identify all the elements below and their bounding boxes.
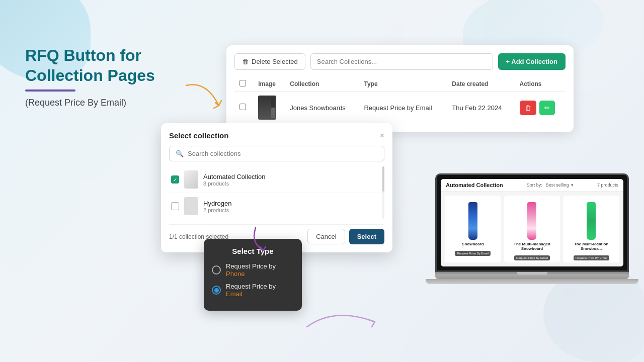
- laptop-hinge: [517, 272, 547, 275]
- collection-checkbox-1[interactable]: ✓: [171, 175, 179, 184]
- row-edit-button[interactable]: ✏: [539, 101, 555, 115]
- hero-section: RFQ Button for Collection Pages (Request…: [25, 45, 155, 108]
- rfq-badge-3: Request Price By Email: [574, 255, 609, 260]
- modal-header: Select collection ×: [169, 131, 384, 140]
- phone-label-highlight: Phone: [226, 270, 245, 278]
- collections-table: Image Collection Type Date created Actio…: [234, 77, 566, 124]
- product-grid: Snowboard Request Price By Email The Mul…: [441, 192, 623, 266]
- products-count: 7 products: [597, 183, 618, 188]
- select-all-checkbox[interactable]: [239, 80, 246, 86]
- collection-search-input[interactable]: [188, 150, 378, 157]
- admin-panel: 🗑 Delete Selected + Add Collection Image…: [226, 45, 574, 132]
- row-collection-name: Jones Snowboards: [285, 92, 359, 124]
- hero-title: RFQ Button for Collection Pages: [25, 45, 155, 85]
- col-date: Date created: [447, 77, 514, 92]
- collection-thumb-2: [184, 197, 198, 215]
- radio-option-email: Request Price by Email: [212, 283, 294, 298]
- collection-info-1: Automated Collection 8 products: [203, 173, 266, 187]
- snowboard-img-2: [527, 202, 536, 240]
- product-img-3: [563, 196, 619, 241]
- row-delete-button[interactable]: 🗑: [520, 101, 536, 115]
- radio-inner-dot: [214, 288, 219, 293]
- delete-button-label: Delete Selected: [252, 58, 298, 65]
- email-label-highlight: Email: [226, 290, 243, 298]
- title-underline: [25, 89, 75, 92]
- radio-email-label: Request Price by Email: [226, 283, 294, 298]
- product-card-3: The Multi-location Snowboa... Request Pr…: [563, 196, 619, 262]
- add-collection-label: + Add Collection: [506, 58, 557, 65]
- laptop-bottom: [426, 279, 639, 284]
- collection-name-1: Automated Collection: [203, 173, 266, 180]
- hero-title-line1: RFQ Button for: [25, 46, 141, 64]
- collection-count-2: 2 products: [203, 207, 231, 213]
- arrow-type-to-laptop: [304, 302, 385, 339]
- col-checkbox: [234, 77, 253, 92]
- collection-image: [258, 96, 276, 120]
- laptop-screen-inner: Automated Collection Sort by: Best selli…: [441, 179, 623, 266]
- product-card-1: Snowboard Request Price By Email: [445, 196, 501, 262]
- list-item: ✓ Automated Collection 8 products: [169, 166, 384, 193]
- trash-icon: 🗑: [242, 58, 249, 65]
- admin-toolbar: 🗑 Delete Selected + Add Collection: [234, 53, 566, 70]
- row-type: Request Price by Email: [359, 92, 447, 124]
- row-image-cell: [253, 92, 285, 124]
- add-collection-button[interactable]: + Add Collection: [498, 53, 566, 70]
- col-collection: Collection: [285, 77, 359, 92]
- product-img-1: [445, 196, 501, 241]
- radio-phone[interactable]: [212, 265, 221, 275]
- product-name-1: Snowboard: [445, 241, 501, 247]
- rfq-badge-1: Request Price By Email: [455, 251, 491, 256]
- hero-subtitle: (Request Price By Email): [25, 98, 155, 108]
- delete-selected-button[interactable]: 🗑 Delete Selected: [234, 53, 305, 70]
- collection-info-2: Hydrogen 2 products: [203, 200, 231, 213]
- cancel-button[interactable]: Cancel: [307, 229, 345, 244]
- row-checkbox-cell: [234, 92, 253, 124]
- chevron-down-icon: ▾: [571, 183, 574, 188]
- modal-close-button[interactable]: ×: [380, 132, 384, 140]
- select-button[interactable]: Select: [349, 229, 384, 244]
- bg-decoration-bottom-right: [543, 272, 644, 362]
- laptop-section: Automated Collection Sort by: Best selli…: [435, 173, 629, 284]
- screen-sort-container: Sort by: Best selling ▾: [527, 183, 574, 188]
- laptop-base: [435, 272, 629, 279]
- collection-checkbox-2[interactable]: [171, 202, 179, 210]
- product-name-3: The Multi-location Snowboa...: [563, 241, 619, 252]
- screen-collection-title: Automated Collection: [446, 182, 503, 188]
- collection-thumb-1: [184, 170, 198, 189]
- email-label-prefix: Request Price by: [226, 283, 276, 290]
- row-checkbox[interactable]: [239, 104, 246, 110]
- phone-label-prefix: Request Price by: [226, 262, 276, 270]
- snowboard-img-1: [468, 202, 477, 240]
- scrollbar[interactable]: [382, 166, 384, 219]
- modal-action-buttons: Cancel Select: [307, 229, 384, 244]
- col-actions: Actions: [515, 77, 566, 92]
- search-icon: 🔍: [176, 150, 184, 157]
- scrollbar-thumb: [382, 166, 384, 192]
- radio-phone-label: Request Price by Phone: [226, 262, 294, 278]
- row-actions-cell: 🗑 ✏: [515, 92, 566, 124]
- rfq-badge-2: Request Price By Email: [514, 255, 550, 260]
- snowboard-img-3: [587, 202, 596, 240]
- product-card-2: The Multi-managed Snowboard Request Pric…: [504, 196, 560, 262]
- collection-list: ✓ Automated Collection 8 products Hydrog…: [169, 166, 384, 219]
- table-row: Jones Snowboards Request Price by Email …: [234, 92, 566, 124]
- hero-title-line2: Collection Pages: [25, 66, 155, 84]
- laptop-screen: Automated Collection Sort by: Best selli…: [435, 173, 629, 272]
- collection-name-2: Hydrogen: [203, 200, 231, 207]
- search-collections-input[interactable]: [310, 53, 493, 70]
- product-name-2: The Multi-managed Snowboard: [504, 241, 560, 252]
- modal-search-container: 🔍: [169, 146, 384, 161]
- actions-container: 🗑 ✏: [520, 101, 560, 115]
- screen-header: Automated Collection Sort by: Best selli…: [441, 179, 623, 192]
- sort-label: Sort by:: [527, 183, 542, 188]
- col-image: Image: [253, 77, 285, 92]
- row-date: Thu Feb 22 2024: [447, 92, 514, 124]
- checkmark-icon: ✓: [173, 177, 177, 183]
- col-type: Type: [359, 77, 447, 92]
- sort-value: Best selling: [546, 183, 569, 188]
- arrow-modal-to-type: [240, 225, 281, 257]
- radio-option-phone: Request Price by Phone: [212, 262, 294, 278]
- arrow-to-admin: [181, 80, 226, 123]
- collection-count-1: 8 products: [203, 180, 266, 187]
- radio-email[interactable]: [212, 286, 221, 295]
